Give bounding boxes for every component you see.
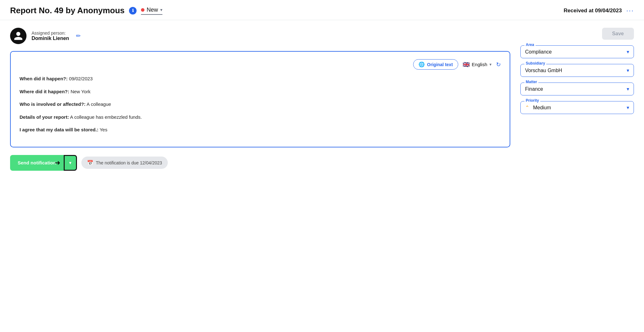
status-dot: [141, 8, 144, 12]
received-at: Received at 09/04/2023: [564, 8, 622, 14]
field-consent: I agree that my data will be stored.: Ye…: [20, 126, 501, 134]
header-left: Report No. 49 by Anonymous ℹ New ▾: [10, 6, 162, 15]
save-button[interactable]: Save: [602, 28, 634, 40]
assigned-label: Assigned person:: [32, 31, 69, 36]
avatar: [10, 28, 26, 44]
main-content: Assigned person: Dominik Lienen ✏ 🌐 Orig…: [0, 20, 644, 178]
priority-group: Priority ⌃ Medium ▾: [520, 101, 634, 114]
field-when-value: 09/02/2023: [69, 76, 93, 81]
field-details: Details of your report: A colleague has …: [20, 114, 501, 121]
report-box: 🌐 Original text 🇬🇧 English ▾ ↻ When did …: [10, 51, 510, 147]
field-who-value: A colleague: [87, 101, 111, 107]
matter-chevron-icon: ▾: [627, 86, 629, 92]
status-label: New: [147, 7, 158, 13]
field-who-label: Who is involved or affected?:: [20, 101, 85, 107]
matter-group: Matter Finance ▾: [520, 83, 634, 95]
globe-icon: 🌐: [419, 61, 425, 67]
subsidiary-value: Vorschau GmbH: [525, 68, 562, 73]
assigned-info: Assigned person: Dominik Lienen: [32, 31, 69, 41]
field-where-value: New York: [71, 89, 91, 94]
send-button-group: Send notification ➜ ▾: [10, 155, 77, 171]
left-column: Assigned person: Dominik Lienen ✏ 🌐 Orig…: [10, 28, 510, 171]
more-options-button[interactable]: ···: [626, 7, 634, 15]
refresh-icon[interactable]: ↻: [496, 61, 501, 68]
header: Report No. 49 by Anonymous ℹ New ▾ Recei…: [0, 0, 644, 20]
report-title: Report No. 49 by Anonymous: [10, 6, 125, 15]
calendar-icon: 📅: [87, 160, 93, 166]
area-chevron-icon: ▾: [627, 49, 629, 55]
field-when: When did it happen?: 09/02/2023: [20, 75, 501, 83]
matter-value: Finance: [525, 86, 543, 92]
status-dropdown[interactable]: New ▾: [141, 7, 162, 15]
area-select[interactable]: Compliance ▾: [525, 48, 629, 55]
assigned-name: Dominik Lienen: [32, 36, 69, 41]
edit-assigned-icon[interactable]: ✏: [76, 32, 81, 39]
subsidiary-chevron-icon: ▾: [627, 67, 629, 73]
priority-value-row: ⌃ Medium: [525, 105, 551, 111]
header-right: Received at 09/04/2023 ···: [564, 7, 634, 15]
status-chevron-icon: ▾: [160, 7, 162, 12]
priority-chevron-icon: ▾: [627, 105, 629, 111]
subsidiary-group: Subsidiary Vorschau GmbH ▾: [520, 64, 634, 77]
priority-icon: ⌃: [525, 105, 529, 111]
bottom-row: Send notification ➜ ▾ 📅 The notification…: [10, 155, 510, 171]
field-where: Where did it happen?: New York: [20, 88, 501, 95]
language-selector[interactable]: 🇬🇧 English ▾: [463, 61, 492, 68]
assigned-row: Assigned person: Dominik Lienen ✏: [10, 28, 510, 44]
info-icon[interactable]: ℹ: [129, 7, 137, 14]
priority-value: Medium: [533, 105, 551, 110]
priority-label: Priority: [524, 98, 540, 103]
language-label: English: [472, 62, 487, 67]
field-consent-label: I agree that my data will be stored.:: [20, 127, 98, 132]
original-text-button[interactable]: 🌐 Original text: [413, 59, 458, 70]
matter-label: Matter: [524, 80, 538, 84]
area-group: Area Compliance ▾: [520, 45, 634, 58]
send-dropdown-button[interactable]: ➜ ▾: [64, 155, 77, 171]
due-text: The notification is due 12/04/2023: [96, 160, 162, 165]
due-badge: 📅 The notification is due 12/04/2023: [81, 157, 168, 169]
field-when-label: When did it happen?:: [20, 76, 67, 81]
field-where-label: Where did it happen?:: [20, 89, 69, 94]
language-chevron-icon: ▾: [489, 62, 492, 67]
right-col-top: Save: [520, 28, 634, 40]
original-text-label: Original text: [427, 62, 453, 67]
field-who: Who is involved or affected?: A colleagu…: [20, 101, 501, 108]
matter-select[interactable]: Finance ▾: [525, 85, 629, 92]
report-toolbar: 🌐 Original text 🇬🇧 English ▾ ↻: [20, 59, 501, 70]
field-details-value: A colleague has embezzled funds.: [70, 114, 142, 120]
subsidiary-select[interactable]: Vorschau GmbH ▾: [525, 66, 629, 73]
field-consent-value: Yes: [100, 127, 107, 132]
arrow-icon: ➜: [55, 159, 60, 167]
flag-icon: 🇬🇧: [463, 61, 470, 68]
subsidiary-label: Subsidiary: [524, 61, 546, 66]
priority-select[interactable]: ⌃ Medium ▾: [525, 103, 629, 111]
area-label: Area: [524, 43, 536, 47]
area-value: Compliance: [525, 49, 552, 55]
right-column: Save Area Compliance ▾ Subsidiary Vorsch…: [520, 28, 634, 171]
avatar-icon: [13, 31, 23, 41]
field-details-label: Details of your report:: [20, 114, 69, 120]
